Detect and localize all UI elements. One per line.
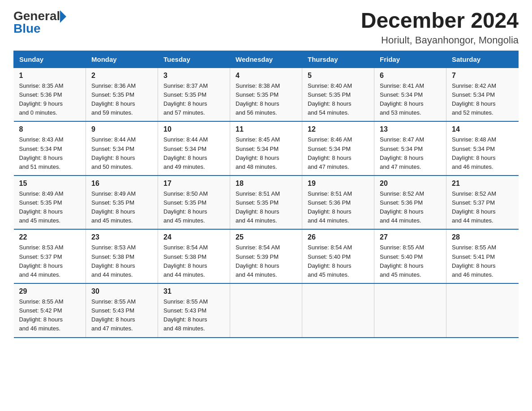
- day-info: Sunrise: 8:55 AMSunset: 5:41 PMDaylight:…: [452, 243, 513, 279]
- day-info: Sunrise: 8:50 AMSunset: 5:35 PMDaylight:…: [163, 189, 224, 226]
- day-number: 23: [91, 233, 152, 241]
- day-info: Sunrise: 8:40 AMSunset: 5:35 PMDaylight:…: [308, 81, 369, 118]
- col-header-saturday: Saturday: [446, 51, 519, 68]
- day-number: 22: [19, 233, 81, 241]
- calendar-cell: 14Sunrise: 8:48 AMSunset: 5:34 PMDayligh…: [446, 121, 519, 176]
- day-info: Sunrise: 8:43 AMSunset: 5:34 PMDaylight:…: [19, 135, 81, 171]
- calendar-cell: 8Sunrise: 8:43 AMSunset: 5:34 PMDaylight…: [14, 121, 86, 176]
- calendar-week-row: 1Sunrise: 8:35 AMSunset: 5:36 PMDaylight…: [14, 68, 519, 121]
- day-info: Sunrise: 8:52 AMSunset: 5:36 PMDaylight:…: [380, 189, 441, 226]
- calendar-cell: 25Sunrise: 8:54 AMSunset: 5:39 PMDayligh…: [230, 229, 302, 283]
- day-number: 6: [380, 72, 441, 80]
- day-number: 18: [236, 180, 296, 188]
- calendar-week-row: 8Sunrise: 8:43 AMSunset: 5:34 PMDaylight…: [14, 121, 519, 176]
- day-number: 15: [19, 180, 81, 188]
- day-number: 21: [452, 180, 513, 188]
- day-number: 31: [163, 287, 224, 295]
- day-info: Sunrise: 8:52 AMSunset: 5:37 PMDaylight:…: [452, 189, 513, 226]
- day-number: 20: [380, 180, 441, 188]
- calendar-cell: 17Sunrise: 8:50 AMSunset: 5:35 PMDayligh…: [158, 176, 230, 230]
- day-info: Sunrise: 8:55 AMSunset: 5:40 PMDaylight:…: [380, 243, 441, 279]
- day-info: Sunrise: 8:54 AMSunset: 5:39 PMDaylight:…: [236, 243, 296, 279]
- calendar-cell: 28Sunrise: 8:55 AMSunset: 5:41 PMDayligh…: [446, 229, 519, 283]
- day-info: Sunrise: 8:38 AMSunset: 5:35 PMDaylight:…: [236, 81, 296, 118]
- day-number: 4: [236, 72, 296, 80]
- calendar-cell: 18Sunrise: 8:51 AMSunset: 5:35 PMDayligh…: [230, 176, 302, 230]
- calendar-cell: 26Sunrise: 8:54 AMSunset: 5:40 PMDayligh…: [302, 229, 374, 283]
- calendar-week-row: 22Sunrise: 8:53 AMSunset: 5:37 PMDayligh…: [14, 229, 519, 283]
- col-header-wednesday: Wednesday: [230, 51, 302, 68]
- day-info: Sunrise: 8:49 AMSunset: 5:35 PMDaylight:…: [19, 189, 81, 226]
- day-info: Sunrise: 8:54 AMSunset: 5:38 PMDaylight:…: [163, 243, 224, 279]
- day-info: Sunrise: 8:55 AMSunset: 5:43 PMDaylight:…: [91, 297, 152, 334]
- calendar-cell: 19Sunrise: 8:51 AMSunset: 5:36 PMDayligh…: [302, 176, 374, 230]
- calendar-cell: 24Sunrise: 8:54 AMSunset: 5:38 PMDayligh…: [158, 229, 230, 283]
- calendar-cell: 9Sunrise: 8:44 AMSunset: 5:34 PMDaylight…: [86, 121, 158, 176]
- day-number: 16: [91, 180, 152, 188]
- day-number: 7: [452, 72, 513, 80]
- day-info: Sunrise: 8:55 AMSunset: 5:43 PMDaylight:…: [163, 297, 224, 334]
- calendar-cell: 16Sunrise: 8:49 AMSunset: 5:35 PMDayligh…: [86, 176, 158, 230]
- calendar-cell: 3Sunrise: 8:37 AMSunset: 5:35 PMDaylight…: [158, 68, 230, 121]
- calendar-cell: 11Sunrise: 8:45 AMSunset: 5:34 PMDayligh…: [230, 121, 302, 176]
- calendar-cell: 20Sunrise: 8:52 AMSunset: 5:36 PMDayligh…: [374, 176, 446, 230]
- calendar-table: SundayMondayTuesdayWednesdayThursdayFrid…: [13, 51, 519, 338]
- day-number: 27: [380, 233, 441, 241]
- day-info: Sunrise: 8:35 AMSunset: 5:36 PMDaylight:…: [19, 81, 81, 118]
- calendar-cell: 7Sunrise: 8:42 AMSunset: 5:34 PMDaylight…: [446, 68, 519, 121]
- col-header-monday: Monday: [86, 51, 158, 68]
- day-number: 5: [308, 72, 369, 80]
- day-info: Sunrise: 8:48 AMSunset: 5:34 PMDaylight:…: [452, 135, 513, 171]
- day-info: Sunrise: 8:53 AMSunset: 5:37 PMDaylight:…: [19, 243, 81, 279]
- day-info: Sunrise: 8:44 AMSunset: 5:34 PMDaylight:…: [91, 135, 152, 171]
- calendar-week-row: 15Sunrise: 8:49 AMSunset: 5:35 PMDayligh…: [14, 176, 519, 230]
- day-number: 10: [163, 125, 224, 133]
- logo-blue-text: Blue: [13, 21, 41, 36]
- day-number: 17: [163, 180, 224, 188]
- col-header-sunday: Sunday: [14, 51, 86, 68]
- day-number: 2: [91, 72, 152, 80]
- day-number: 13: [380, 125, 441, 133]
- calendar-cell: 30Sunrise: 8:55 AMSunset: 5:43 PMDayligh…: [86, 283, 158, 338]
- day-number: 26: [308, 233, 369, 241]
- day-info: Sunrise: 8:51 AMSunset: 5:36 PMDaylight:…: [308, 189, 369, 226]
- calendar-cell: [230, 283, 302, 338]
- col-header-thursday: Thursday: [302, 51, 374, 68]
- calendar-cell: 4Sunrise: 8:38 AMSunset: 5:35 PMDaylight…: [230, 68, 302, 121]
- calendar-cell: 12Sunrise: 8:46 AMSunset: 5:34 PMDayligh…: [302, 121, 374, 176]
- day-number: 24: [163, 233, 224, 241]
- day-number: 9: [91, 125, 152, 133]
- day-info: Sunrise: 8:46 AMSunset: 5:34 PMDaylight:…: [308, 135, 369, 171]
- day-info: Sunrise: 8:45 AMSunset: 5:34 PMDaylight:…: [236, 135, 296, 171]
- logo: General Blue: [13, 9, 66, 36]
- calendar-cell: [446, 283, 519, 338]
- calendar-cell: 23Sunrise: 8:53 AMSunset: 5:38 PMDayligh…: [86, 229, 158, 283]
- day-number: 29: [19, 287, 81, 295]
- calendar-cell: 1Sunrise: 8:35 AMSunset: 5:36 PMDaylight…: [14, 68, 86, 121]
- calendar-week-row: 29Sunrise: 8:55 AMSunset: 5:42 PMDayligh…: [14, 283, 519, 338]
- col-header-friday: Friday: [374, 51, 446, 68]
- day-number: 30: [91, 287, 152, 295]
- day-info: Sunrise: 8:49 AMSunset: 5:35 PMDaylight:…: [91, 189, 152, 226]
- day-number: 25: [236, 233, 296, 241]
- day-number: 14: [452, 125, 513, 133]
- day-info: Sunrise: 8:42 AMSunset: 5:34 PMDaylight:…: [452, 81, 513, 118]
- calendar-cell: [302, 283, 374, 338]
- title-block: December 2024 Horiult, Bayanhongor, Mong…: [361, 9, 519, 46]
- day-number: 19: [308, 180, 369, 188]
- logo-arrow-icon: [60, 10, 66, 23]
- calendar-header-row: SundayMondayTuesdayWednesdayThursdayFrid…: [14, 51, 519, 68]
- calendar-cell: 21Sunrise: 8:52 AMSunset: 5:37 PMDayligh…: [446, 176, 519, 230]
- day-number: 12: [308, 125, 369, 133]
- day-number: 28: [452, 233, 513, 241]
- day-number: 1: [19, 72, 81, 80]
- calendar-cell: 2Sunrise: 8:36 AMSunset: 5:35 PMDaylight…: [86, 68, 158, 121]
- calendar-cell: 15Sunrise: 8:49 AMSunset: 5:35 PMDayligh…: [14, 176, 86, 230]
- day-number: 8: [19, 125, 81, 133]
- calendar-cell: 5Sunrise: 8:40 AMSunset: 5:35 PMDaylight…: [302, 68, 374, 121]
- day-info: Sunrise: 8:37 AMSunset: 5:35 PMDaylight:…: [163, 81, 224, 118]
- location-subtitle: Horiult, Bayanhongor, Mongolia: [361, 34, 519, 46]
- calendar-cell: 22Sunrise: 8:53 AMSunset: 5:37 PMDayligh…: [14, 229, 86, 283]
- day-info: Sunrise: 8:53 AMSunset: 5:38 PMDaylight:…: [91, 243, 152, 279]
- day-info: Sunrise: 8:41 AMSunset: 5:34 PMDaylight:…: [380, 81, 441, 118]
